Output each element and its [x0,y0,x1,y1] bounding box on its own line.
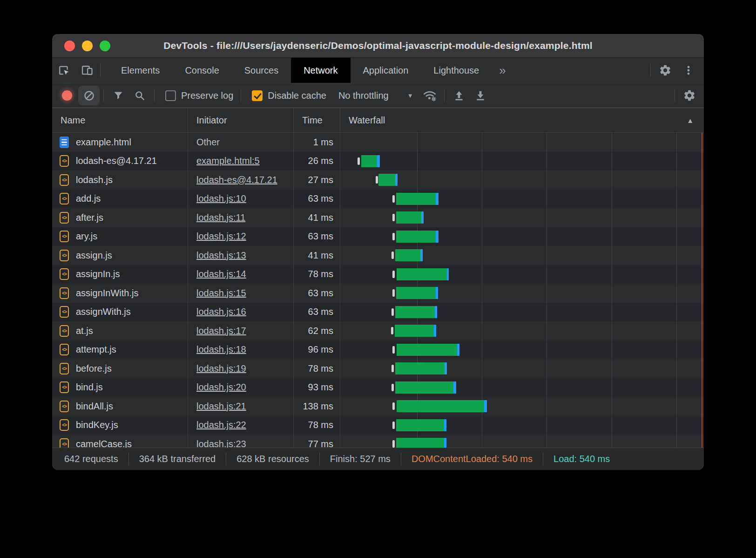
request-initiator[interactable]: lodash.js:13 [196,250,246,261]
request-row[interactable]: <> assign.js lodash.js:13 41 ms [52,246,704,265]
request-time: 1 ms [313,137,333,148]
request-row[interactable]: <> lodash.js lodash-es@4.17.21 27 ms [52,170,704,190]
device-toolbar-button[interactable] [75,58,99,83]
request-row[interactable]: <> bind.js lodash.js:20 93 ms [52,378,704,397]
request-initiator[interactable]: lodash.js:10 [196,193,246,204]
waterfall-bar-blue [447,268,449,280]
request-row[interactable]: <> add.js lodash.js:10 63 ms [52,190,704,209]
request-initiator-cell: lodash.js:12 [188,227,294,246]
more-tabs-button[interactable]: » [492,58,513,83]
request-initiator-cell: example.html:5 [188,152,294,171]
request-name: lodash-es@4.17.21 [76,156,157,166]
request-row[interactable]: example.html Other 1 ms [52,133,704,152]
request-name: bindAll.js [76,401,113,412]
request-row[interactable]: <> attempt.js lodash.js:18 96 ms [52,340,704,360]
request-initiator[interactable]: example.html:5 [196,156,260,166]
request-initiator[interactable]: lodash.js:19 [196,363,246,374]
divider [241,89,241,102]
request-initiator[interactable]: lodash.js:20 [196,382,246,393]
settings-button[interactable] [654,64,677,77]
tab-lighthouse[interactable]: Lighthouse [421,58,492,83]
waterfall-bar-green [378,174,395,186]
filter-button[interactable] [108,86,129,105]
request-waterfall-cell [340,303,704,322]
request-waterfall-cell [340,284,704,303]
window-title: DevTools - file:///Users/jaydenseric/Dem… [163,40,593,51]
preserve-log-label[interactable]: Preserve log [181,90,233,101]
request-initiator[interactable]: lodash-es@4.17.21 [196,175,277,185]
tab-label: Elements [121,65,160,76]
tab-application[interactable]: Application [351,58,421,83]
request-name: attempt.js [76,344,116,355]
export-har-button[interactable] [470,86,491,105]
column-header-time[interactable]: Time [294,108,340,132]
request-initiator[interactable]: lodash.js:21 [196,401,246,412]
search-button[interactable] [129,86,150,105]
request-initiator[interactable]: lodash.js:15 [196,288,246,299]
request-row[interactable]: <> ary.js lodash.js:12 63 ms [52,227,704,246]
request-name-cell: <> camelCase.js [52,435,188,448]
request-row[interactable]: <> after.js lodash.js:11 41 ms [52,208,704,227]
request-time-cell: 78 ms [294,359,340,378]
request-row[interactable]: <> assignWith.js lodash.js:16 63 ms [52,303,704,322]
column-header-name[interactable]: Name [52,108,188,132]
inspect-element-button[interactable] [52,58,75,83]
request-row[interactable]: <> bindKey.js lodash.js:22 78 ms [52,416,704,435]
script-icon: <> [60,401,69,412]
request-waterfall-cell [340,190,704,209]
minimize-button[interactable] [82,41,93,51]
request-row[interactable]: <> before.js lodash.js:19 78 ms [52,359,704,378]
request-row[interactable]: <> bindAll.js lodash.js:21 138 ms [52,397,704,416]
tab-sources[interactable]: Sources [232,58,291,83]
request-time-cell: 63 ms [294,303,340,322]
tab-console[interactable]: Console [172,58,231,83]
request-name-cell: example.html [52,133,188,152]
request-time-cell: 41 ms [294,246,340,265]
main-menu-button[interactable] [677,64,700,76]
tab-elements[interactable]: Elements [108,58,172,83]
network-settings-button[interactable] [679,86,700,105]
disable-cache-checkbox[interactable] [252,90,263,101]
request-initiator[interactable]: lodash.js:11 [196,212,245,223]
request-initiator[interactable]: lodash.js:23 [196,439,246,448]
request-initiator[interactable]: lodash.js:16 [196,306,246,317]
disable-cache-label[interactable]: Disable cache [268,90,326,101]
request-initiator-cell: lodash.js:17 [188,321,294,340]
script-icon: <> [60,155,69,167]
divider [154,89,155,102]
request-row[interactable]: <> at.js lodash.js:17 62 ms [52,321,704,340]
chevron-down-icon: ▼ [407,92,413,99]
request-initiator[interactable]: lodash.js:22 [196,420,246,430]
script-icon: <> [60,212,69,224]
request-initiator[interactable]: lodash.js:14 [196,269,246,279]
summary-item: 628 kB resources [226,454,319,464]
request-initiator[interactable]: lodash.js:12 [196,231,246,242]
tab-label: Console [185,65,219,76]
document-icon [60,136,69,148]
close-button[interactable] [64,41,75,51]
request-row[interactable]: <> assignIn.js lodash.js:14 78 ms [52,265,704,284]
record-network-log-button[interactable] [62,90,72,101]
tab-label: Network [304,65,338,76]
import-har-button[interactable] [448,86,470,105]
request-row[interactable]: <> assignInWith.js lodash.js:15 63 ms [52,284,704,303]
preserve-log-checkbox[interactable] [165,90,176,101]
column-header-waterfall[interactable]: Waterfall ▲ [340,108,704,132]
clear-network-log-button[interactable] [78,86,100,105]
zoom-button[interactable] [100,41,110,51]
request-name-cell: <> bind.js [52,378,188,397]
throttling-select[interactable]: No throttling ▼ [338,90,419,101]
request-row[interactable]: <> camelCase.js lodash.js:23 77 ms [52,435,704,448]
network-conditions-button[interactable] [419,86,440,105]
request-initiator[interactable]: lodash.js:17 [196,326,246,336]
waterfall-bar-green [397,400,484,412]
request-row[interactable]: <> lodash-es@4.17.21 example.html:5 26 m… [52,152,704,171]
tab-network[interactable]: Network [291,58,350,83]
tab-strip: ElementsConsoleSourcesNetworkApplication… [108,58,492,83]
waterfall-bar-green [395,249,420,261]
request-initiator[interactable]: lodash.js:18 [196,344,246,355]
column-header-initiator[interactable]: Initiator [188,108,294,132]
request-name: ary.js [76,231,97,242]
request-time-cell: 93 ms [294,378,340,397]
request-waterfall-cell [340,208,704,227]
